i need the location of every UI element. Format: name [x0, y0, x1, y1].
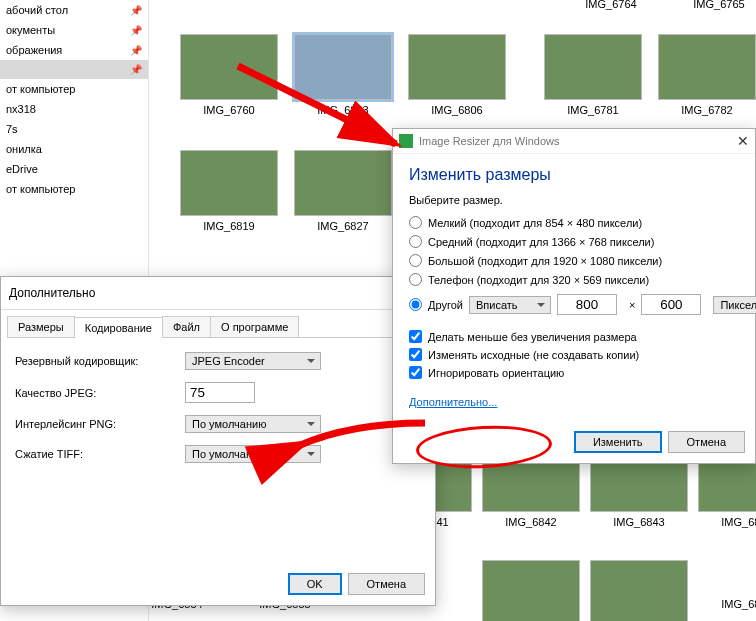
sidebar-item[interactable]: от компьютер — [0, 79, 148, 99]
tab-strip: РазмерыКодированиеФайлО программе — [7, 316, 429, 338]
radio-small[interactable]: Мелкий (подходит для 854 × 480 пиксели) — [409, 216, 739, 229]
filename-label: IMG_6843 — [613, 516, 664, 528]
label-encoder: Резервный кодировщик: — [15, 355, 185, 367]
thumbnail-image — [544, 34, 642, 100]
dialog-title: Дополнительно — [9, 286, 95, 300]
height-input[interactable] — [641, 294, 701, 315]
filename-label: IMG_6782 — [681, 104, 732, 116]
app-icon — [399, 134, 413, 148]
filename-label: IMG_6764 — [585, 0, 636, 10]
tab-1[interactable]: Кодирование — [74, 317, 163, 338]
resizer-dialog: Image Resizer для Windows ✕ Изменить раз… — [392, 128, 756, 464]
size-options: Мелкий (подходит для 854 × 480 пиксели) … — [409, 216, 739, 317]
dialog-titlebar[interactable]: Дополнительно ✕ — [1, 277, 435, 310]
thumbnail-image — [408, 34, 506, 100]
file-thumbnail[interactable]: IMG_6858 — [589, 560, 689, 621]
tab-3[interactable]: О программе — [210, 316, 299, 337]
tiff-compression-dropdown[interactable]: По умолчанию — [185, 445, 321, 463]
filename-label: IMG_6842 — [505, 516, 556, 528]
sidebar-item[interactable]: онилка — [0, 139, 148, 159]
file-thumbnail[interactable]: IMG_6806 — [407, 34, 507, 116]
advanced-link[interactable]: Дополнительно... — [409, 396, 497, 408]
tab-0[interactable]: Размеры — [7, 316, 75, 337]
pin-icon: 📌 — [130, 45, 142, 56]
unit-dropdown[interactable]: Пиксели — [713, 296, 756, 314]
cancel-button[interactable]: Отмена — [348, 573, 425, 595]
sidebar-item[interactable]: 📌 — [0, 60, 148, 79]
thumbnail-image — [294, 150, 392, 216]
radio-phone[interactable]: Телефон (подходит для 320 × 569 пиксели) — [409, 273, 739, 286]
label-tiff-compression: Сжатие TIFF: — [15, 448, 185, 460]
choose-label: Выберите размер. — [409, 194, 739, 206]
thumbnail-image — [180, 150, 278, 216]
dialog-titlebar[interactable]: Image Resizer для Windows ✕ — [393, 129, 755, 154]
file-thumbnail[interactable]: IMG_6803 — [293, 34, 393, 116]
window-title: Image Resizer для Windows — [419, 135, 559, 147]
thumbnail-image — [482, 560, 580, 621]
sidebar-item[interactable]: eDrive — [0, 159, 148, 179]
checkbox-shrink-only[interactable]: Делать меньше без увеличения размера — [409, 330, 739, 343]
sidebar-item[interactable]: 7s — [0, 119, 148, 139]
filename-label: IMG_6781 — [567, 104, 618, 116]
file-thumbnail[interactable]: IMG_6859 — [697, 594, 756, 610]
sidebar-item-label: eDrive — [6, 163, 38, 175]
radio-large[interactable]: Большой (подходит для 1920 × 1080 пиксел… — [409, 254, 739, 267]
sidebar-item-label: абочий стол — [6, 4, 68, 16]
ok-button[interactable]: OK — [288, 573, 342, 595]
thumbnail-image — [658, 34, 756, 100]
file-thumbnail[interactable]: IMG_6827 — [293, 150, 393, 232]
file-thumbnail[interactable]: IMG_6765 — [669, 0, 756, 10]
sidebar-item-label: от компьютер — [6, 83, 75, 95]
checkbox-ignore-orientation[interactable]: Игнорировать ориентацию — [409, 366, 739, 379]
sidebar-item[interactable]: ображения📌 — [0, 40, 148, 60]
filename-label: IMG_6844 — [721, 516, 756, 528]
thumbnail-image — [294, 34, 392, 100]
times-symbol: × — [629, 299, 635, 311]
pin-icon: 📌 — [130, 5, 142, 16]
close-icon[interactable]: ✕ — [737, 133, 749, 149]
encoder-dropdown[interactable]: JPEG Encoder — [185, 352, 321, 370]
file-thumbnail[interactable]: IMG_6782 — [657, 34, 756, 116]
filename-label: IMG_6760 — [203, 104, 254, 116]
filename-label: IMG_6806 — [431, 104, 482, 116]
sidebar-item-label: ображения — [6, 44, 62, 56]
sidebar-item[interactable]: абочий стол📌 — [0, 0, 148, 20]
tab-2[interactable]: Файл — [162, 316, 211, 337]
filename-label: IMG_6765 — [693, 0, 744, 10]
radio-custom[interactable]: Другой — [409, 298, 463, 311]
sidebar-item[interactable]: окументы📌 — [0, 20, 148, 40]
encoding-form: Резервный кодировщик: JPEG Encoder Качес… — [1, 338, 435, 463]
pin-icon: 📌 — [130, 25, 142, 36]
sidebar-item-label: 7s — [6, 123, 18, 135]
file-thumbnail[interactable]: IMG_6764 — [561, 0, 661, 10]
sidebar-item-label: nx318 — [6, 103, 36, 115]
file-thumbnail[interactable]: IMG_6857 — [481, 560, 581, 621]
filename-label: IMG_6803 — [317, 104, 368, 116]
width-input[interactable] — [557, 294, 617, 315]
label-jpeg-quality: Качество JPEG: — [15, 387, 185, 399]
checkbox-overwrite[interactable]: Изменять исходные (не создавать копии) — [409, 348, 739, 361]
file-thumbnail[interactable]: IMG_6781 — [543, 34, 643, 116]
file-thumbnail[interactable]: IMG_6819 — [179, 150, 279, 232]
sidebar-item[interactable]: от компьютер — [0, 179, 148, 199]
sidebar-item-label: онилка — [6, 143, 42, 155]
cancel-button[interactable]: Отмена — [668, 431, 745, 453]
resize-button[interactable]: Изменить — [574, 431, 662, 453]
pin-icon: 📌 — [130, 64, 142, 75]
thumbnail-image — [180, 34, 278, 100]
file-thumbnail[interactable]: IMG_6760 — [179, 34, 279, 116]
sidebar-item-label: от компьютер — [6, 183, 75, 195]
dialog-heading: Изменить размеры — [409, 166, 739, 184]
fit-mode-dropdown[interactable]: Вписать — [469, 296, 551, 314]
advanced-dialog: Дополнительно ✕ РазмерыКодированиеФайлО … — [0, 276, 436, 606]
filename-label: IMG_6859 — [721, 598, 756, 610]
jpeg-quality-input[interactable] — [185, 382, 255, 403]
sidebar-item-label: окументы — [6, 24, 55, 36]
sidebar-item[interactable]: nx318 — [0, 99, 148, 119]
filename-label: IMG_6827 — [317, 220, 368, 232]
filename-label: IMG_6819 — [203, 220, 254, 232]
png-interlace-dropdown[interactable]: По умолчанию — [185, 415, 321, 433]
thumbnail-image — [590, 560, 688, 621]
radio-medium[interactable]: Средний (подходит для 1366 × 768 пиксели… — [409, 235, 739, 248]
label-png-interlace: Интерлейсинг PNG: — [15, 418, 185, 430]
